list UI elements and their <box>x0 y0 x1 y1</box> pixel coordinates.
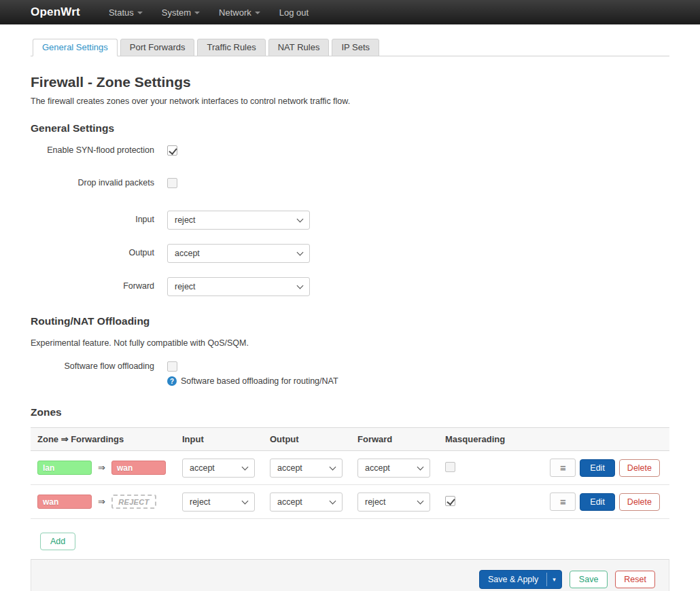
tab-general-settings[interactable]: General Settings <box>33 39 118 56</box>
zone-badge-lan: lan <box>37 461 92 475</box>
syn-flood-label: Enable SYN-flood protection <box>31 145 154 155</box>
col-output: Output <box>270 434 357 444</box>
forward-policy-label: Forward <box>31 277 154 291</box>
top-navigation-bar: OpenWrt Status System Network Log out <box>0 0 700 24</box>
lan-edit-button[interactable]: Edit <box>580 459 615 477</box>
wan-delete-button[interactable]: Delete <box>619 493 660 511</box>
reset-button[interactable]: Reset <box>615 571 655 588</box>
drop-invalid-checkbox[interactable] <box>167 178 177 188</box>
openwrt-logo: OpenWrt <box>31 5 80 19</box>
input-policy-label: Input <box>31 211 154 224</box>
chevron-down-icon <box>330 497 336 504</box>
tab-traffic-rules[interactable]: Traffic Rules <box>197 39 265 56</box>
page-subtitle: The firewall creates zones over your net… <box>31 96 669 106</box>
output-policy-label: Output <box>31 244 154 257</box>
syn-flood-checkbox[interactable] <box>167 145 177 156</box>
zone-row-wan: wan ⇒ REJECT reject accept reject <box>31 485 669 519</box>
lan-output-select[interactable]: accept <box>270 459 343 478</box>
forward-arrow-icon: ⇒ <box>98 463 105 473</box>
chevron-down-icon <box>297 283 304 289</box>
flow-offloading-row: Software flow offloading ? Software base… <box>31 361 669 386</box>
menu-icon: ≡ <box>560 462 566 473</box>
chevron-down-icon <box>417 497 424 504</box>
page-action-bar: Save & Apply ▾ Save Reset <box>31 559 669 591</box>
col-forward: Forward <box>357 434 445 444</box>
col-masquerading: Masquerading <box>445 434 533 444</box>
wan-forward-select[interactable]: reject <box>357 492 430 512</box>
chevron-down-icon <box>242 463 249 470</box>
offloading-description: Experimental feature. Not fully compatib… <box>31 338 669 348</box>
chevron-down-icon <box>255 12 260 14</box>
col-zone-forwardings: Zone ⇒ Forwardings <box>31 434 182 444</box>
wan-more-actions-button[interactable]: ≡ <box>550 492 576 511</box>
zones-heading: Zones <box>31 406 669 418</box>
chevron-down-icon <box>417 463 424 470</box>
drop-invalid-row: Drop invalid packets <box>31 178 669 196</box>
main-nav: Status System Network Log out <box>109 7 309 18</box>
nav-network[interactable]: Network <box>219 7 260 18</box>
zone-badge-wan: wan <box>111 461 166 475</box>
tab-ip-sets[interactable]: IP Sets <box>332 39 379 56</box>
save-apply-button[interactable]: Save & Apply <box>480 571 546 588</box>
input-policy-row: Input reject <box>31 211 669 230</box>
output-policy-row: Output accept <box>31 244 669 263</box>
input-policy-select[interactable]: reject <box>167 211 310 230</box>
tab-nat-rules[interactable]: NAT Rules <box>268 39 330 56</box>
lan-forward-select[interactable]: accept <box>357 459 430 478</box>
offloading-heading: Routing/NAT Offloading <box>31 315 669 327</box>
chevron-down-icon <box>297 216 304 223</box>
flow-offloading-label: Software flow offloading <box>31 361 154 371</box>
wan-output-select[interactable]: accept <box>270 492 343 512</box>
chevron-down-icon <box>194 12 200 14</box>
lan-masquerading-checkbox[interactable] <box>445 462 455 472</box>
zone-badge-reject: REJECT <box>111 495 156 509</box>
wan-masquerading-checkbox[interactable] <box>445 496 455 506</box>
zone-row-lan: lan ⇒ wan accept accept accept <box>31 451 669 485</box>
chevron-down-icon <box>330 463 336 470</box>
add-zone-button[interactable]: Add <box>40 533 75 550</box>
lan-delete-button[interactable]: Delete <box>619 459 660 477</box>
flow-offloading-checkbox[interactable] <box>167 361 177 372</box>
save-apply-split-button: Save & Apply ▾ <box>479 570 562 589</box>
caret-down-icon: ▾ <box>553 576 556 583</box>
chevron-down-icon <box>297 249 304 256</box>
menu-icon: ≡ <box>560 496 566 507</box>
forward-policy-row: Forward reject <box>31 277 669 296</box>
flow-offloading-help: ? Software based offloading for routing/… <box>167 376 338 386</box>
nav-logout[interactable]: Log out <box>279 7 309 18</box>
zones-table-header: Zone ⇒ Forwardings Input Output Forward … <box>31 427 669 451</box>
wan-edit-button[interactable]: Edit <box>580 493 615 511</box>
zones-table: Zone ⇒ Forwardings Input Output Forward … <box>31 427 669 519</box>
wan-input-select[interactable]: reject <box>182 492 255 512</box>
nav-system[interactable]: System <box>162 7 200 18</box>
tab-port-forwards[interactable]: Port Forwards <box>120 39 195 56</box>
page-title: Firewall - Zone Settings <box>31 74 669 90</box>
syn-flood-row: Enable SYN-flood protection <box>31 145 669 164</box>
forward-policy-select[interactable]: reject <box>167 277 310 296</box>
save-button[interactable]: Save <box>570 571 608 588</box>
chevron-down-icon <box>242 497 249 504</box>
forward-arrow-icon: ⇒ <box>98 497 105 507</box>
save-apply-dropdown-toggle[interactable]: ▾ <box>547 571 561 588</box>
col-input: Input <box>182 434 270 444</box>
drop-invalid-label: Drop invalid packets <box>31 178 154 187</box>
firewall-tabs: General Settings Port Forwards Traffic R… <box>31 39 669 56</box>
nav-status[interactable]: Status <box>109 7 143 18</box>
lan-input-select[interactable]: accept <box>182 459 255 478</box>
lan-more-actions-button[interactable]: ≡ <box>550 459 576 477</box>
output-policy-select[interactable]: accept <box>167 244 310 263</box>
question-icon: ? <box>167 376 177 386</box>
chevron-down-icon <box>137 12 143 14</box>
zone-badge-wan: wan <box>37 495 92 509</box>
general-settings-heading: General Settings <box>31 122 669 135</box>
